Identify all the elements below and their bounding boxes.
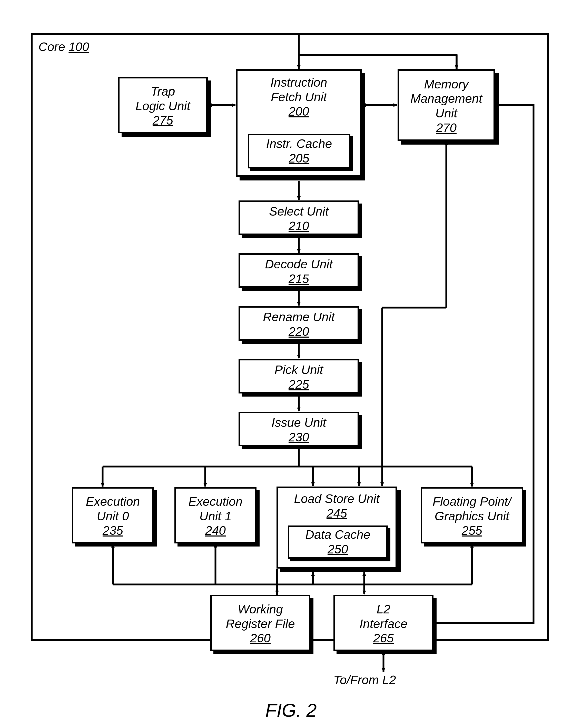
- pick-line1: Pick Unit: [275, 363, 323, 377]
- exu0-line2: Unit 0: [97, 509, 129, 524]
- rename-block: Rename Unit 220: [238, 306, 359, 341]
- dcache-line1: Data Cache: [305, 527, 370, 542]
- icache-block: Instr. Cache 205: [248, 134, 350, 168]
- mmu-line2: Management: [410, 92, 482, 106]
- issue-ref: 230: [288, 430, 309, 445]
- issue-block: Issue Unit 230: [238, 412, 359, 446]
- rename-ref: 220: [288, 324, 309, 339]
- issue-line1: Issue Unit: [271, 416, 326, 430]
- wrf-line1: Working: [238, 602, 283, 617]
- ifu-ref: 200: [288, 104, 309, 119]
- rename-line1: Rename Unit: [263, 310, 335, 324]
- dcache-ref: 250: [328, 542, 348, 557]
- l2if-ref: 265: [373, 631, 394, 646]
- tlu-block: Trap Logic Unit 275: [118, 77, 208, 133]
- mmu-ref: 270: [436, 121, 457, 135]
- exu1-block: Execution Unit 1 240: [174, 487, 256, 543]
- pick-ref: 225: [288, 377, 309, 392]
- wrf-ref: 260: [250, 631, 271, 646]
- pick-block: Pick Unit 225: [238, 359, 359, 393]
- exu0-line1: Execution: [86, 494, 140, 509]
- figure-label: FIG. 2: [0, 700, 582, 721]
- tlu-line1: Trap: [151, 84, 175, 99]
- ifu-line1: Instruction: [270, 75, 327, 90]
- decode-line1: Decode Unit: [265, 257, 333, 272]
- icache-ref: 205: [289, 151, 309, 166]
- lsu-ref: 245: [327, 506, 347, 521]
- exu1-ref: 240: [205, 523, 226, 538]
- fgu-line1: Floating Point/: [433, 494, 511, 509]
- wrf-line2: Register File: [226, 617, 295, 631]
- exu1-line1: Execution: [188, 494, 243, 509]
- fgu-ref: 255: [462, 523, 482, 538]
- select-block: Select Unit 210: [238, 201, 359, 235]
- lsu-line1: Load Store Unit: [294, 492, 380, 506]
- core-label: Core 100: [39, 40, 89, 54]
- l2if-line2: Interface: [360, 617, 408, 631]
- wrf-block: Working Register File 260: [210, 595, 310, 651]
- diagram-canvas: Core 100 Trap Logic Unit 275 Instruction…: [0, 0, 582, 728]
- l2if-line1: L2: [377, 602, 390, 617]
- l2-external-label: To/From L2: [333, 673, 396, 687]
- tlu-ref: 275: [153, 113, 173, 128]
- core-ref: 100: [69, 40, 89, 54]
- decode-ref: 215: [288, 272, 309, 286]
- mmu-block: Memory Management Unit 270: [398, 69, 495, 141]
- fgu-block: Floating Point/ Graphics Unit 255: [421, 487, 523, 543]
- core-label-text: Core: [39, 40, 69, 54]
- exu0-ref: 235: [103, 523, 123, 538]
- l2if-block: L2 Interface 265: [333, 595, 433, 651]
- fgu-line2: Graphics Unit: [435, 509, 509, 524]
- dcache-block: Data Cache 250: [288, 525, 388, 559]
- select-ref: 210: [288, 219, 309, 234]
- icache-line1: Instr. Cache: [266, 137, 332, 151]
- mmu-line3: Unit: [435, 106, 457, 121]
- select-line1: Select Unit: [269, 204, 329, 219]
- ifu-line2: Fetch Unit: [271, 90, 327, 105]
- mmu-line1: Memory: [424, 77, 469, 92]
- exu0-block: Execution Unit 0 235: [72, 487, 154, 543]
- decode-block: Decode Unit 215: [238, 253, 359, 288]
- tlu-line2: Logic Unit: [135, 99, 190, 113]
- exu1-line2: Unit 1: [199, 509, 231, 524]
